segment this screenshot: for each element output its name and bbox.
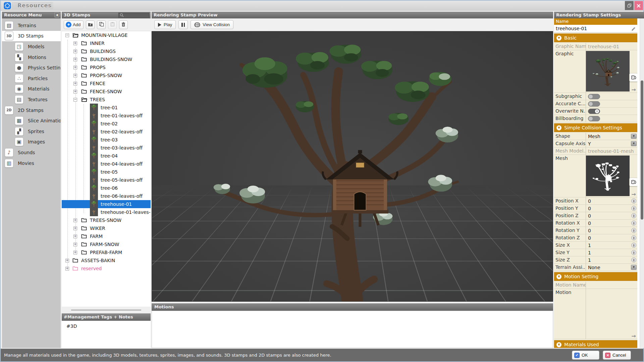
tree-item-tree-03[interactable]: tree-03	[62, 136, 151, 144]
expand-icon[interactable]: +	[65, 259, 69, 262]
tree-item-tree-05-leaves-off[interactable]: tree-05-leaves-off	[62, 176, 151, 184]
settings-scrollbar[interactable]	[640, 18, 644, 348]
tree-item-tree-01[interactable]: tree-01	[62, 104, 151, 112]
new-folder-button[interactable]	[86, 20, 95, 29]
tree-folder-assets-bakin[interactable]: +ASSETS-BAKIN	[62, 256, 151, 264]
name-input[interactable]: treehouse-01	[554, 25, 637, 33]
treehouse-silhouette-thumbnail[interactable]	[586, 156, 630, 196]
sidebar-item-3d-stamps[interactable]: 3D3D Stamps	[2, 31, 61, 42]
sidebar-item-physics-settings[interactable]: ●Physics Settings	[2, 62, 61, 73]
tree-item-tree-02-leaves-off[interactable]: tree-02-leaves-off	[62, 128, 151, 136]
spinner-button[interactable]: ▲▼	[631, 235, 636, 240]
expand-icon[interactable]: +	[73, 66, 77, 69]
open-detail-arrow-icon[interactable]: →	[632, 334, 636, 339]
tree-item-tree-06[interactable]: tree-06	[62, 184, 151, 192]
view-collision-button[interactable]: View Collision	[191, 20, 233, 29]
spinner-button[interactable]: ▲▼	[631, 228, 636, 233]
sidebar-item-terrains[interactable]: ▧Terrains	[2, 20, 61, 31]
tree-folder-props-snow[interactable]: +PROPS-SNOW	[62, 71, 151, 79]
tree-folder-buildings[interactable]: +BUILDINGS	[62, 47, 151, 55]
tree-folder-trees-snow[interactable]: +TREES-SNOW	[62, 216, 151, 224]
tree-item-tree-05[interactable]: tree-05	[62, 168, 151, 176]
tree-item-treehouse-01-leaves-off[interactable]: treehouse-01-leaves-off	[62, 208, 151, 216]
treehouse-color-thumbnail[interactable]	[586, 51, 630, 92]
swap-model-icon[interactable]	[629, 73, 637, 82]
expand-icon[interactable]: +	[73, 251, 77, 254]
tree-folder-mountain-village[interactable]: −MOUNTAIN-VILLAGE	[62, 31, 151, 39]
section-header-motion-setting[interactable]: ▼Motion Setting	[554, 272, 637, 281]
section-header-materials-used[interactable]: ▼Materials Used	[554, 340, 637, 348]
tree-folder-props[interactable]: +PROPS	[62, 63, 151, 71]
collapse-icon[interactable]: −	[65, 34, 69, 37]
tree-folder-farm-snow[interactable]: +FARM-SNOW	[62, 240, 151, 248]
pause-button[interactable]	[178, 20, 188, 29]
expand-icon[interactable]: +	[73, 42, 77, 45]
tree-item-tree-04[interactable]: tree-04	[62, 152, 151, 160]
toggle-switch[interactable]	[588, 101, 600, 107]
toggle-switch[interactable]	[588, 116, 600, 121]
spinner-button[interactable]: ▲▼	[631, 243, 636, 248]
play-button[interactable]: Play	[154, 20, 176, 29]
open-detail-arrow-icon[interactable]: →	[632, 192, 636, 197]
3d-viewport[interactable]	[152, 31, 553, 302]
expand-icon[interactable]: +	[65, 267, 69, 270]
tree-item-tree-01-leaves-off[interactable]: tree-01-leaves-off	[62, 112, 151, 120]
expand-icon[interactable]: +	[73, 227, 77, 230]
dropdown-button[interactable]: ▼	[631, 134, 637, 139]
tree-folder-buildings-snow[interactable]: +BUILDINGS-SNOW	[62, 55, 151, 63]
search-input[interactable]	[125, 13, 149, 17]
search-box[interactable]	[118, 13, 149, 18]
paste-button[interactable]	[108, 20, 117, 29]
expand-icon[interactable]: +	[73, 90, 77, 94]
management-tags-notes[interactable]: #3D	[62, 321, 151, 348]
splitter-handle[interactable]	[62, 307, 151, 313]
toggle-switch[interactable]	[588, 94, 600, 99]
restore-window-button[interactable]	[625, 1, 634, 10]
delete-button[interactable]	[119, 20, 128, 29]
collapse-sidebar-button[interactable]: ◀	[54, 12, 59, 17]
tree-folder-inner[interactable]: +INNER	[62, 39, 151, 47]
tree-folder-fence[interactable]: +FENCE	[62, 79, 151, 87]
dropdown-button[interactable]: ▼	[631, 141, 637, 146]
tree-folder-reserved[interactable]: +reserved	[62, 264, 151, 273]
tree-item-tree-06-leaves-off[interactable]: tree-06-leaves-off	[62, 192, 151, 200]
expand-icon[interactable]: +	[73, 50, 77, 53]
swap-model-icon[interactable]	[629, 178, 637, 186]
ok-button[interactable]: ✓ OK	[572, 351, 599, 360]
spinner-button[interactable]: ▲▼	[631, 213, 636, 218]
sidebar-item-particles[interactable]: ∴Particles	[2, 73, 61, 84]
sidebar-item-slice-animation[interactable]: ▦Slice Animation	[2, 115, 61, 126]
spinner-button[interactable]: ▲▼	[631, 257, 636, 262]
spinner-button[interactable]: ▲▼	[631, 198, 636, 203]
sidebar-item-materials[interactable]: ◉Materials	[2, 84, 61, 95]
tree-folder-trees[interactable]: −TREES	[62, 96, 151, 104]
titlebar[interactable]: Resources ×	[1, 1, 643, 11]
sidebar-item-images[interactable]: ▣Images	[2, 137, 61, 147]
sidebar-item-2d-stamps[interactable]: 2D2D Stamps	[2, 105, 61, 116]
sidebar-item-sprites[interactable]: ▞Sprites	[2, 126, 61, 137]
tree-folder-prefab-farm[interactable]: +PREFAB-FARM	[62, 248, 151, 256]
tree-folder-fence-snow[interactable]: +FENCE-SNOW	[62, 87, 151, 96]
section-header-simple-collision-settings[interactable]: ▼Simple Collision Settings	[554, 123, 637, 132]
tree-folder-farm[interactable]: +FARM	[62, 232, 151, 240]
sidebar-item-textures[interactable]: ▤Textures	[2, 94, 61, 105]
toggle-switch[interactable]	[588, 109, 600, 114]
open-detail-arrow-icon[interactable]: →	[632, 87, 636, 93]
expand-icon[interactable]: +	[73, 219, 77, 222]
spinner-button[interactable]: ▲▼	[631, 250, 636, 255]
dropdown-button[interactable]: ▼	[631, 265, 637, 270]
collapse-icon[interactable]: −	[73, 98, 77, 102]
add-button[interactable]: + Add	[64, 20, 84, 29]
tree-folder-wiker[interactable]: +WIKER	[62, 224, 151, 232]
expand-icon[interactable]: +	[73, 58, 77, 61]
spinner-button[interactable]: ▲▼	[631, 206, 636, 211]
tree-item-treehouse-01[interactable]: treehouse-01	[62, 200, 151, 208]
expand-icon[interactable]: +	[73, 235, 77, 238]
sidebar-item-motions[interactable]: ▚Motions	[2, 52, 61, 63]
expand-icon[interactable]: +	[73, 243, 77, 246]
close-window-button[interactable]: ×	[634, 1, 643, 10]
tree-item-tree-02[interactable]: tree-02	[62, 120, 151, 128]
spinner-button[interactable]: ▲▼	[631, 221, 636, 226]
scrollbar-thumb[interactable]	[641, 80, 643, 220]
sidebar-item-movies[interactable]: ▥Movies	[2, 158, 61, 169]
